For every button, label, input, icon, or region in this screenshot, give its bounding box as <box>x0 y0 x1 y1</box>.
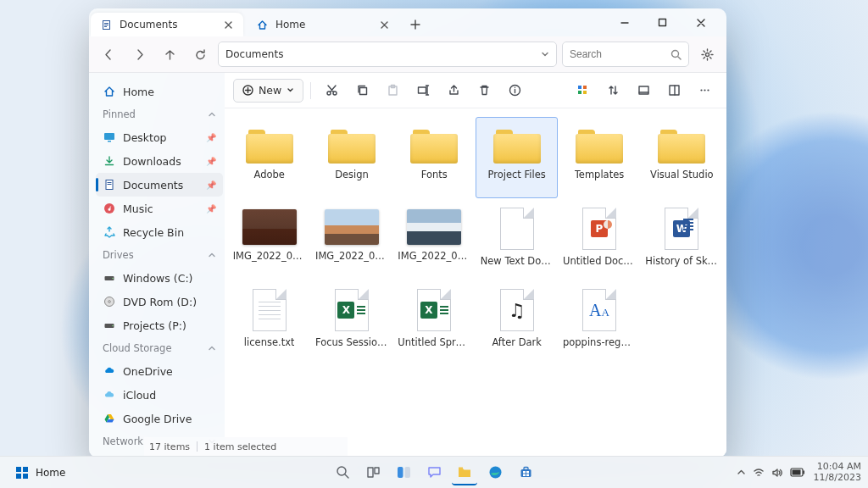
system-tray[interactable] <box>737 467 805 479</box>
file-item[interactable]: Adobe <box>228 117 310 198</box>
file-item[interactable]: Design <box>310 117 392 198</box>
sidebar-home[interactable]: Home <box>96 80 223 103</box>
properties-button[interactable] <box>501 77 528 104</box>
clock-time: 10:04 AM <box>814 462 861 473</box>
home-icon <box>255 19 269 30</box>
taskbar-explorer-icon[interactable] <box>452 460 477 485</box>
tab-home[interactable]: Home <box>247 13 399 36</box>
sidebar-section-label: Cloud Storage <box>103 342 172 354</box>
file-item[interactable]: XFocus Sessions <box>310 280 392 361</box>
file-item[interactable]: IMG_2022_06... <box>310 198 392 280</box>
file-item[interactable]: license.txt <box>228 280 310 361</box>
pin-icon[interactable]: 📌 <box>206 133 216 142</box>
onedrive-icon <box>103 365 116 377</box>
back-button[interactable] <box>96 42 121 67</box>
file-item[interactable]: IMG_2022_06... <box>393 198 476 280</box>
file-item[interactable]: ♫After Dark <box>476 280 558 361</box>
taskbar-home[interactable]: Home <box>7 460 74 485</box>
sort-order-button[interactable] <box>599 77 626 104</box>
sidebar-item-windows-c-[interactable]: Windows (C:) <box>96 266 223 290</box>
sidebar-section-pinned[interactable]: Pinned <box>96 103 223 125</box>
sidebar-item-onedrive[interactable]: OneDrive <box>96 359 223 383</box>
svg-rect-51 <box>523 474 526 477</box>
pin-icon[interactable]: 📌 <box>206 157 216 166</box>
file-item[interactable]: Visual Studio <box>641 117 723 198</box>
file-item[interactable]: PUntitled Docum... <box>558 198 640 280</box>
refresh-button[interactable] <box>187 42 213 67</box>
taskbar-clock[interactable]: 10:04 AM 11/8/2023 <box>814 462 861 483</box>
view-button[interactable] <box>630 77 657 104</box>
more-button[interactable] <box>691 77 718 104</box>
sidebar-item-projects-p-[interactable]: Projects (P:) <box>96 313 223 337</box>
tab-close-button[interactable] <box>377 18 391 31</box>
taskbar-taskview-icon[interactable] <box>360 460 386 485</box>
disc-icon <box>103 296 116 308</box>
file-item[interactable]: Project Files <box>476 117 558 198</box>
svg-rect-28 <box>583 86 587 89</box>
taskbar-widgets-icon[interactable] <box>391 460 416 485</box>
up-button[interactable] <box>157 42 182 67</box>
file-item[interactable]: XUntitled Spreads... <box>393 280 476 361</box>
paste-button <box>379 77 406 104</box>
minimize-button[interactable] <box>605 8 643 36</box>
file-item[interactable]: Fonts <box>393 117 476 198</box>
pin-icon[interactable]: 📌 <box>206 180 216 190</box>
tab-documents[interactable]: Documents <box>91 13 243 36</box>
address-bar[interactable]: Documents <box>218 42 557 67</box>
svg-rect-52 <box>526 474 529 477</box>
file-grid[interactable]: AdobeDesignFontsProject FilesTemplatesVi… <box>225 108 726 458</box>
sidebar-item-recycle-bin[interactable]: Recycle Bin <box>96 220 223 244</box>
file-item[interactable]: WHistory of Skate... <box>641 198 723 280</box>
cut-button[interactable] <box>318 77 345 104</box>
file-item[interactable]: New Text Doc... <box>476 198 558 280</box>
tab-close-button[interactable] <box>221 18 235 31</box>
file-item-label: Design <box>335 169 369 180</box>
new-tab-button[interactable] <box>403 13 428 36</box>
search-box[interactable] <box>562 42 689 67</box>
main-pane: New AdobeDesignFontsProject FilesTemplat… <box>225 73 726 458</box>
forward-button[interactable] <box>126 42 152 67</box>
svg-rect-43 <box>398 467 403 478</box>
file-item-label: New Text Doc... <box>481 255 554 267</box>
search-input[interactable] <box>570 48 670 60</box>
documents-icon <box>103 179 116 191</box>
taskbar-chat-icon[interactable] <box>421 460 447 485</box>
maximize-button[interactable] <box>643 8 682 36</box>
copy-button[interactable] <box>348 77 376 104</box>
sidebar-section-cloud-storage[interactable]: Cloud Storage <box>96 337 223 359</box>
svg-rect-36 <box>16 467 21 472</box>
svg-rect-45 <box>459 467 463 469</box>
status-bar: 17 items 1 item selected <box>144 437 348 456</box>
share-button[interactable] <box>440 77 467 104</box>
sidebar-item-downloads[interactable]: Downloads 📌 <box>96 149 223 173</box>
delete-button[interactable] <box>470 77 498 104</box>
recycle-icon <box>103 226 116 238</box>
close-button[interactable] <box>682 8 720 36</box>
file-item-label: Fonts <box>421 169 448 180</box>
sidebar-item-desktop[interactable]: Desktop 📌 <box>96 125 223 149</box>
settings-button[interactable] <box>694 42 720 67</box>
file-item[interactable]: IMG_2022_06... <box>228 198 310 280</box>
taskbar-edge-icon[interactable] <box>482 460 508 485</box>
pin-icon[interactable]: 📌 <box>206 204 216 214</box>
sidebar-section-drives[interactable]: Drives <box>96 244 223 266</box>
svg-rect-7 <box>104 133 114 140</box>
layout-button[interactable] <box>660 77 687 104</box>
sidebar-item-google-drive[interactable]: Google Drive <box>96 407 223 430</box>
sidebar-item-documents[interactable]: Documents 📌 <box>96 173 223 197</box>
folder-icon <box>328 130 376 164</box>
sidebar-item-icloud[interactable]: iCloud <box>96 383 223 407</box>
text-file-icon <box>500 208 534 250</box>
taskbar-search-icon[interactable] <box>330 460 355 485</box>
file-item[interactable]: AApoppins-regu... <box>558 280 640 361</box>
taskbar-store-icon[interactable] <box>513 460 538 485</box>
sidebar-item-dvd-rom-d-[interactable]: DVD Rom (D:) <box>96 290 223 313</box>
rename-button[interactable] <box>409 77 437 104</box>
file-item[interactable]: Templates <box>558 117 640 198</box>
sidebar-item-music[interactable]: Music 📌 <box>96 197 223 220</box>
music-icon <box>103 202 116 214</box>
word-file-icon: W <box>665 208 698 250</box>
svg-point-40 <box>337 467 346 475</box>
new-button[interactable]: New <box>233 79 303 103</box>
sort-button[interactable] <box>569 77 596 104</box>
